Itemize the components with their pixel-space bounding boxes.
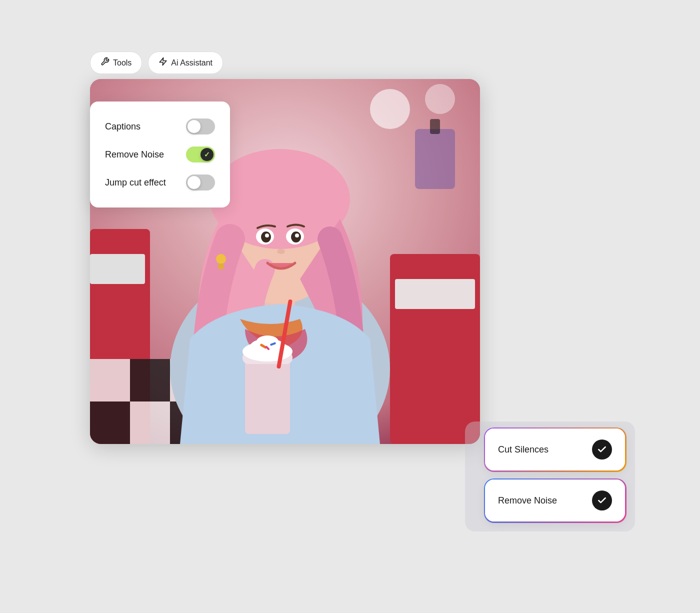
svg-point-20 xyxy=(256,336,278,348)
svg-point-29 xyxy=(265,234,269,238)
jump-cut-toggle[interactable] xyxy=(186,174,215,190)
remove-noise-row: Remove Noise ✓ xyxy=(105,140,215,168)
feature-cards-container: Cut Silences Remove Noise xyxy=(485,428,625,522)
svg-rect-37 xyxy=(430,119,440,134)
remove-noise-card-label: Remove Noise xyxy=(498,496,557,506)
ai-assistant-label: Ai Assistant xyxy=(171,58,212,68)
ai-icon xyxy=(158,57,168,68)
cut-silences-check xyxy=(592,440,612,460)
svg-point-35 xyxy=(425,84,455,114)
svg-rect-16 xyxy=(245,354,290,434)
svg-point-31 xyxy=(277,249,285,254)
tools-button[interactable]: Tools xyxy=(90,52,142,74)
svg-rect-4 xyxy=(90,254,145,284)
jump-cut-knob xyxy=(188,176,200,189)
tools-label: Tools xyxy=(113,58,132,68)
svg-point-30 xyxy=(295,234,299,238)
tools-icon xyxy=(100,57,110,68)
jump-cut-row: Jump cut effect xyxy=(105,168,215,196)
svg-rect-9 xyxy=(130,402,170,444)
cut-silences-check-icon xyxy=(597,444,607,454)
remove-noise-check xyxy=(592,490,612,510)
dropdown-panel: Captions Remove Noise ✓ Jump cut effect xyxy=(90,102,230,208)
captions-label: Captions xyxy=(105,122,140,132)
remove-noise-toggle[interactable]: ✓ xyxy=(186,146,215,162)
cut-silences-card[interactable]: Cut Silences xyxy=(485,428,625,470)
svg-rect-6 xyxy=(395,279,475,309)
ai-assistant-button[interactable]: Ai Assistant xyxy=(148,52,223,74)
remove-noise-card[interactable]: Remove Noise xyxy=(485,480,625,522)
remove-noise-knob: ✓ xyxy=(200,148,214,161)
jump-cut-label: Jump cut effect xyxy=(105,178,166,188)
captions-toggle[interactable] xyxy=(186,118,215,134)
captions-knob xyxy=(188,120,200,133)
remove-noise-check-icon xyxy=(597,496,607,506)
remove-noise-label: Remove Noise xyxy=(105,150,164,160)
toolbar: Tools Ai Assistant xyxy=(90,52,223,74)
svg-point-32 xyxy=(216,254,226,264)
cut-silences-label: Cut Silences xyxy=(498,444,548,455)
remove-noise-check-icon: ✓ xyxy=(204,150,210,158)
svg-rect-36 xyxy=(415,129,455,189)
svg-point-34 xyxy=(370,89,410,129)
captions-row: Captions xyxy=(105,112,215,140)
svg-point-33 xyxy=(218,264,224,270)
svg-marker-0 xyxy=(160,58,167,66)
svg-rect-8 xyxy=(90,359,130,402)
